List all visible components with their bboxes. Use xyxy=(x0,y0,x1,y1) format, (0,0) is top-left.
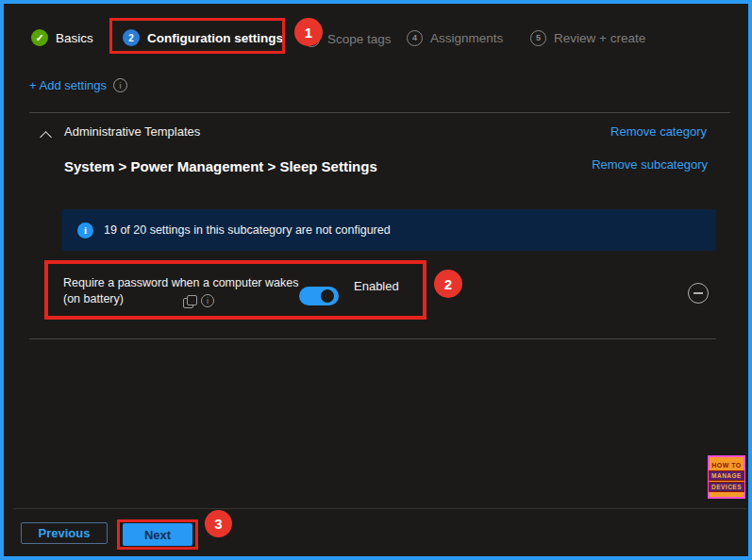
tab-configuration-settings[interactable]: 2 Configuration settings xyxy=(123,28,283,47)
step-5-number-icon: 5 xyxy=(530,30,546,46)
tab-review-create[interactable]: 5 Review + create xyxy=(530,28,645,47)
tab-basics[interactable]: ✓ Basics xyxy=(31,28,93,47)
enabled-toggle[interactable] xyxy=(299,287,339,305)
info-banner: i 19 of 20 settings in this subcategory … xyxy=(62,209,716,251)
divider xyxy=(29,112,730,113)
collapse-chevron-icon[interactable] xyxy=(42,128,50,145)
toggle-value-label: Enabled xyxy=(354,279,399,293)
watermark-line3: DEVICES xyxy=(709,482,744,492)
add-settings-label: + Add settings xyxy=(29,78,107,92)
watermark-line2: MANAGE xyxy=(709,470,744,481)
tab-review-create-label: Review + create xyxy=(554,31,645,45)
info-banner-text: 19 of 20 settings in this subcategory ar… xyxy=(104,223,391,237)
copy-icon xyxy=(183,298,193,308)
configuration-wizard-page: ✓ Basics 2 Configuration settings 3 Scop… xyxy=(0,0,752,560)
toggle-knob xyxy=(321,289,334,303)
htmd-watermark-logo: HOW TO MANAGE DEVICES xyxy=(708,455,745,499)
annotation-badge-2: 2 xyxy=(434,270,462,298)
previous-button[interactable]: Previous xyxy=(21,522,108,544)
previous-button-label: Previous xyxy=(39,526,91,540)
step-2-number-icon: 2 xyxy=(123,29,140,46)
divider xyxy=(29,338,716,339)
tab-assignments-label: Assignments xyxy=(430,31,503,45)
watermark-line1: HOW TO xyxy=(711,462,742,469)
minus-icon xyxy=(694,292,703,294)
tab-basics-label: Basics xyxy=(56,31,93,45)
remove-category-link[interactable]: Remove category xyxy=(610,124,707,139)
next-button[interactable]: Next xyxy=(123,523,192,546)
subcategory-title: System > Power Management > Sleep Settin… xyxy=(64,158,377,174)
remove-subcategory-link[interactable]: Remove subcategory xyxy=(592,157,708,172)
setting-label: Require a password when a computer wakes… xyxy=(63,275,301,307)
setting-info-icon[interactable]: i xyxy=(201,294,214,307)
annotation-badge-1: 1 xyxy=(294,18,323,46)
footer-divider xyxy=(13,508,746,509)
remove-setting-button[interactable] xyxy=(688,283,709,304)
info-banner-icon: i xyxy=(77,222,93,239)
info-icon: i xyxy=(113,78,127,92)
tab-assignments[interactable]: 4 Assignments xyxy=(407,28,503,47)
category-title: Administrative Templates xyxy=(64,124,200,139)
check-icon: ✓ xyxy=(31,29,48,46)
next-button-label: Next xyxy=(144,528,171,542)
tab-scope-tags-label: Scope tags xyxy=(327,32,392,46)
tab-configuration-settings-label: Configuration settings xyxy=(147,31,283,45)
add-settings-link[interactable]: + Add settings i xyxy=(29,78,127,92)
annotation-badge-3: 3 xyxy=(205,510,232,537)
step-4-number-icon: 4 xyxy=(407,30,423,46)
